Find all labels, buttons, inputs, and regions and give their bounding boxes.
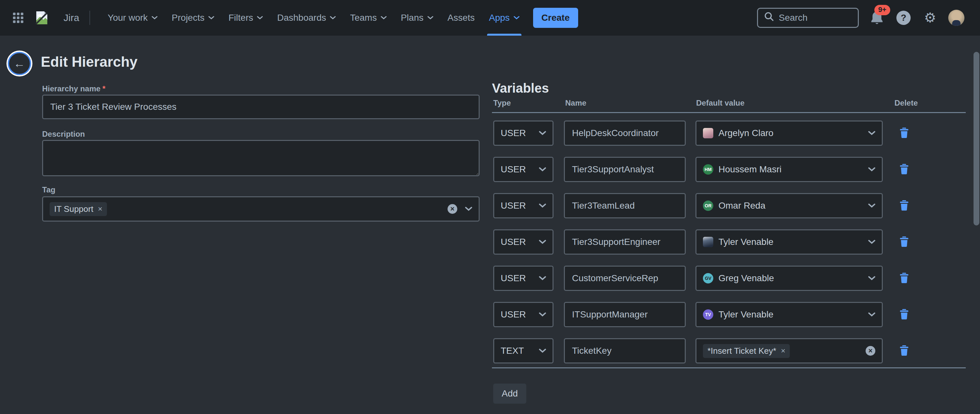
notification-count-badge: 9+ <box>874 5 890 15</box>
variable-row: TEXT *Insert Ticket Key* × × <box>491 338 974 363</box>
notifications-button[interactable]: 9+ <box>869 10 885 26</box>
nav-item-assets[interactable]: Assets <box>441 0 482 36</box>
variable-type-select[interactable]: USER <box>493 229 554 255</box>
search-box[interactable] <box>757 8 859 28</box>
variable-name-input[interactable] <box>564 121 686 146</box>
variable-type-select[interactable]: USER <box>493 121 554 146</box>
default-user-name: Argelyn Claro <box>719 128 773 138</box>
nav-item-label: Dashboards <box>277 13 326 23</box>
nav-right-controls: 9+ ? ⚙ <box>757 8 964 28</box>
chevron-down-icon <box>868 203 875 208</box>
vertical-scrollbar[interactable] <box>974 52 979 225</box>
variable-row: USER Tyler Venable <box>491 229 974 255</box>
trash-icon <box>900 163 909 174</box>
user-avatar-initials: OR <box>703 200 713 211</box>
search-input[interactable] <box>779 13 852 23</box>
chevron-down-icon <box>868 131 875 135</box>
remove-tag-icon[interactable]: × <box>98 205 102 213</box>
help-button[interactable]: ? <box>895 10 912 26</box>
hierarchy-name-label: Hierarchy name* <box>42 84 105 93</box>
column-header-delete: Delete <box>894 98 918 108</box>
variable-type-select[interactable]: USER <box>493 193 554 218</box>
required-asterisk: * <box>102 84 105 93</box>
table-bottom-separator <box>492 367 966 368</box>
chevron-down-icon[interactable] <box>465 207 472 211</box>
nav-item-teams[interactable]: Teams <box>343 0 393 36</box>
edit-hierarchy-page: ← Edit Hierarchy Hierarchy name* Descrip… <box>0 36 980 414</box>
chevron-down-icon <box>539 131 546 135</box>
delete-variable-button[interactable] <box>896 343 912 358</box>
variable-default-select[interactable]: TV Tyler Venable <box>695 302 883 327</box>
variable-name-input[interactable] <box>564 266 686 291</box>
nav-item-dashboards[interactable]: Dashboards <box>270 0 343 36</box>
variable-default-select[interactable]: HM Houssem Masri <box>695 157 883 182</box>
chevron-down-icon <box>868 167 875 172</box>
nav-item-label: Projects <box>172 13 205 23</box>
delete-variable-button[interactable] <box>896 198 912 213</box>
user-profile-avatar[interactable] <box>948 10 964 26</box>
chevron-down-icon <box>208 16 214 20</box>
column-header-type: Type <box>493 98 511 108</box>
trash-icon <box>900 236 909 247</box>
description-label: Description <box>42 130 85 139</box>
settings-button[interactable]: ⚙ <box>922 10 939 26</box>
variable-name-input[interactable] <box>564 229 686 255</box>
clear-field-icon[interactable]: × <box>865 346 875 356</box>
app-switcher-icon[interactable] <box>13 13 23 23</box>
nav-item-projects[interactable]: Projects <box>165 0 221 36</box>
variable-row: USER TV Tyler Venable <box>491 302 974 327</box>
nav-item-label: Teams <box>350 13 377 23</box>
variable-default-text-field[interactable]: *Insert Ticket Key* × × <box>695 338 883 363</box>
chevron-down-icon <box>539 349 546 353</box>
user-avatar-initials: HM <box>703 164 713 174</box>
nav-item-plans[interactable]: Plans <box>394 0 441 36</box>
description-textarea[interactable] <box>42 140 480 176</box>
chevron-down-icon <box>152 16 158 20</box>
trash-icon <box>900 200 909 211</box>
variable-default-select[interactable]: Argelyn Claro <box>695 121 883 146</box>
variable-type-select[interactable]: USER <box>493 157 554 182</box>
variable-type-value: USER <box>501 237 526 247</box>
jira-logo-broken-image-icon[interactable] <box>34 10 49 25</box>
variable-name-input[interactable] <box>564 157 686 182</box>
delete-variable-button[interactable] <box>896 125 912 141</box>
variable-name-input[interactable] <box>564 302 686 327</box>
variable-row: USER HM Houssem Masri <box>491 157 974 182</box>
hierarchy-name-input[interactable] <box>42 95 480 119</box>
variable-type-value: USER <box>501 128 526 138</box>
delete-variable-button[interactable] <box>896 306 912 322</box>
delete-variable-button[interactable] <box>896 234 912 249</box>
back-button[interactable]: ← <box>8 52 31 75</box>
variable-type-select[interactable]: TEXT <box>493 338 554 363</box>
variable-type-value: USER <box>501 164 526 174</box>
variable-type-select[interactable]: USER <box>493 302 554 327</box>
column-header-default: Default value <box>696 98 745 108</box>
clear-all-icon[interactable]: × <box>447 204 457 214</box>
nav-item-your-work[interactable]: Your work <box>100 0 164 36</box>
default-user-name: Tyler Venable <box>719 237 773 247</box>
create-button[interactable]: Create <box>533 8 578 28</box>
add-variable-button[interactable]: Add <box>493 384 526 404</box>
variable-type-select[interactable]: USER <box>493 266 554 291</box>
variable-default-select[interactable]: OR Omar Reda <box>695 193 883 218</box>
nav-item-label: Plans <box>401 13 423 23</box>
variable-name-input[interactable] <box>564 193 686 218</box>
nav-item-apps[interactable]: Apps <box>482 0 527 36</box>
product-name: Jira <box>64 12 79 23</box>
variable-default-select[interactable]: GV Greg Venable <box>695 266 883 291</box>
chevron-down-icon <box>868 276 875 281</box>
variable-name-input[interactable] <box>564 338 686 363</box>
tag-chip-label: IT Support <box>54 204 93 214</box>
remove-chip-icon[interactable]: × <box>781 347 785 355</box>
nav-item-label: Assets <box>447 13 475 23</box>
nav-item-filters[interactable]: Filters <box>221 0 270 36</box>
variable-default-select[interactable]: Tyler Venable <box>695 229 883 255</box>
chevron-down-icon <box>539 240 546 244</box>
tag-select[interactable]: IT Support × × <box>42 196 480 222</box>
user-avatar-initials: TV <box>703 309 713 320</box>
default-user-name: Tyler Venable <box>719 309 773 320</box>
search-icon <box>764 11 774 24</box>
delete-variable-button[interactable] <box>896 270 912 286</box>
user-avatar-photo <box>703 237 713 247</box>
delete-variable-button[interactable] <box>896 161 912 177</box>
